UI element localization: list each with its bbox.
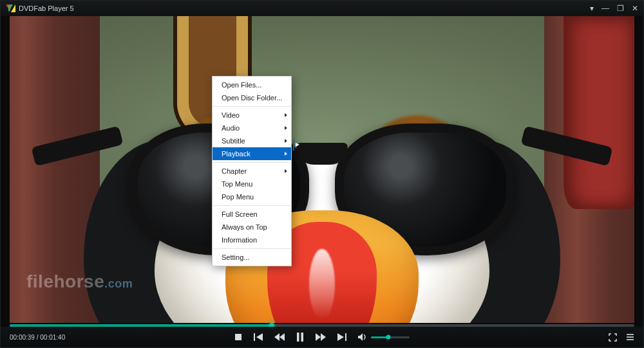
menu-chapter[interactable]: Chapter <box>213 165 291 178</box>
volume-knob[interactable] <box>386 335 391 340</box>
player-window: DVDFab Player 5 ▾ — ❐ ✕ <box>0 0 644 348</box>
time-display: 00:00:39 / 00:01:40 <box>10 334 65 341</box>
sunglasses-bridge <box>296 143 348 165</box>
menu-playback[interactable]: Playback <box>213 147 291 160</box>
fullscreen-button[interactable] <box>609 333 617 342</box>
forward-button[interactable] <box>316 333 326 341</box>
watermark-name: filehorse <box>26 271 104 291</box>
svg-marker-4 <box>256 333 263 341</box>
menu-always-on-top[interactable]: Always on Top <box>213 221 291 234</box>
chevron-right-icon <box>285 113 287 117</box>
character-puffin <box>90 43 554 323</box>
menu-open-disc-folder[interactable]: Open Disc Folder... <box>213 91 291 104</box>
volume-control[interactable] <box>358 333 410 341</box>
svg-marker-10 <box>321 333 326 341</box>
menu-pop-menu[interactable]: Pop Menu <box>213 190 291 203</box>
app-title: DVDFab Player 5 <box>19 5 74 12</box>
context-menu[interactable]: Open Files... Open Disc Folder... Video … <box>212 76 292 266</box>
menu-open-files[interactable]: Open Files... <box>213 78 291 91</box>
svg-rect-8 <box>301 333 304 342</box>
playlist-button[interactable] <box>626 333 634 341</box>
video-surface[interactable]: filehorse.com <box>10 16 634 323</box>
menu-setting[interactable]: Setting... <box>213 251 291 264</box>
menu-playback-label: Playback <box>222 150 251 158</box>
menu-subtitle[interactable]: Subtitle <box>213 134 291 147</box>
menu-chapter-label: Chapter <box>222 167 247 175</box>
maximize-button[interactable]: ❐ <box>617 5 624 12</box>
dropdown-button[interactable]: ▾ <box>590 5 594 12</box>
svg-marker-6 <box>279 333 285 341</box>
submenu-flyout-indicator-icon <box>292 135 302 154</box>
rewind-button[interactable] <box>274 333 285 341</box>
svg-rect-2 <box>235 334 242 340</box>
svg-marker-9 <box>316 333 321 341</box>
menu-top-menu[interactable]: Top Menu <box>213 178 291 190</box>
next-button[interactable] <box>337 333 346 341</box>
menu-separator <box>213 106 290 107</box>
stop-button[interactable] <box>234 333 242 341</box>
svg-marker-5 <box>274 333 279 341</box>
svg-rect-12 <box>345 333 346 341</box>
svg-marker-1 <box>296 143 299 147</box>
menu-video-label: Video <box>222 111 240 119</box>
time-current: 00:00:39 <box>10 334 35 341</box>
menu-separator <box>213 162 290 163</box>
close-button[interactable]: ✕ <box>632 5 638 12</box>
menu-information[interactable]: Information <box>213 234 291 246</box>
menu-video[interactable]: Video <box>213 109 291 122</box>
svg-rect-3 <box>254 333 255 341</box>
beak-gloss <box>309 249 335 320</box>
chevron-right-icon <box>285 126 287 130</box>
watermark-tld: .com <box>104 277 133 290</box>
minimize-button[interactable]: — <box>601 5 609 12</box>
previous-button[interactable] <box>254 333 263 341</box>
app-logo-icon <box>6 4 15 13</box>
svg-rect-0 <box>293 139 294 151</box>
titlebar: DVDFab Player 5 ▾ — ❐ ✕ <box>1 1 643 16</box>
pause-button[interactable] <box>296 333 304 342</box>
watermark: filehorse.com <box>26 271 133 292</box>
control-bar: 00:00:39 / 00:01:40 <box>1 327 643 347</box>
menu-audio[interactable]: Audio <box>213 122 291 134</box>
volume-track[interactable] <box>371 336 410 338</box>
bg-curtain <box>564 16 634 209</box>
menu-subtitle-label: Subtitle <box>222 137 245 145</box>
chevron-right-icon <box>285 152 287 156</box>
svg-rect-7 <box>297 333 299 342</box>
chevron-right-icon <box>285 139 287 143</box>
menu-audio-label: Audio <box>222 124 240 132</box>
menu-separator <box>213 205 290 206</box>
time-total: 00:01:40 <box>40 334 65 341</box>
menu-full-screen[interactable]: Full Screen <box>213 208 291 221</box>
volume-icon[interactable] <box>358 333 367 341</box>
menu-separator <box>213 248 290 249</box>
svg-marker-11 <box>337 333 344 341</box>
svg-marker-13 <box>358 333 363 341</box>
chevron-right-icon <box>285 169 287 173</box>
